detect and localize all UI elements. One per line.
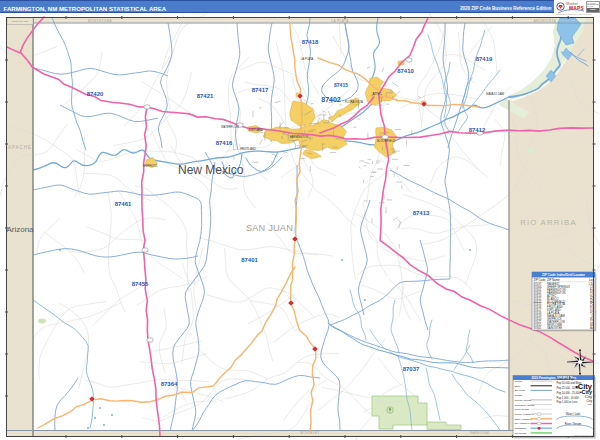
svg-text:MONTEZUMA: MONTEZUMA	[88, 19, 112, 23]
svg-text:Toll Roads: Toll Roads	[515, 432, 527, 435]
svg-text:ZIP Code Index/Grid Locator: ZIP Code Index/Grid Locator	[542, 273, 586, 277]
svg-text:87455: 87455	[132, 281, 149, 287]
svg-text:MCKINLEY: MCKINLEY	[300, 431, 319, 435]
svg-text:Pop 1,000 - 10,000: Pop 1,000 - 10,000	[557, 396, 580, 400]
svg-text:ZIP Code: ZIP Code	[515, 389, 526, 392]
svg-text:87461: 87461	[534, 326, 542, 330]
svg-text:US Highways: US Highways	[515, 422, 531, 425]
svg-text:WATERFLOW: WATERFLOW	[221, 125, 239, 129]
svg-text:87410: 87410	[397, 68, 414, 74]
svg-text:State: State	[515, 385, 521, 388]
svg-text:FARMINGTON: FARMINGTON	[290, 135, 309, 139]
svg-text:87420: 87420	[87, 91, 104, 97]
svg-text:SANOSTEE: SANOSTEE	[547, 326, 562, 330]
svg-text:AZTEC: AZTEC	[372, 92, 381, 96]
svg-text:Pop 10,000 - 25,000: Pop 10,000 - 25,000	[557, 391, 581, 395]
svg-text:Cities with Pops: Cities with Pops	[557, 377, 576, 381]
svg-text:SANDOVAL: SANDOVAL	[470, 431, 490, 435]
svg-text:BLOOMFIELD: BLOOMFIELD	[377, 139, 395, 143]
svg-text:87413: 87413	[413, 210, 430, 216]
svg-text:ARCHULETA: ARCHULETA	[534, 19, 556, 23]
svg-text:County: County	[515, 380, 524, 383]
svg-text:Pop 1,000 or Less: Pop 1,000 or Less	[557, 400, 579, 404]
svg-text:Roads: Roads	[515, 394, 523, 397]
svg-text:87416: 87416	[216, 140, 233, 146]
svg-text:87418: 87418	[302, 39, 319, 45]
svg-text:NAVAJO DAM: NAVAJO DAM	[486, 92, 504, 96]
svg-text:SAN JUAN: SAN JUAN	[246, 223, 293, 233]
svg-text:©2020 MarketMAPS: ©2020 MarketMAPS	[573, 434, 594, 436]
svg-text:87401: 87401	[241, 257, 258, 263]
svg-text:87417: 87417	[252, 87, 269, 93]
svg-text:Minor Roads: Minor Roads	[515, 408, 530, 411]
svg-text:RIO ARRIBA: RIO ARRIBA	[520, 218, 577, 227]
svg-text:LA PLATA: LA PLATA	[331, 19, 348, 23]
svg-text:87415: 87415	[334, 82, 348, 88]
svg-text:New Mexico: New Mexico	[178, 163, 244, 177]
svg-text:GRID LOCATOR: GRID LOCATOR	[12, 20, 29, 22]
svg-text:87402: 87402	[321, 96, 341, 103]
svg-text:87419: 87419	[476, 56, 493, 62]
svg-text:87364: 87364	[161, 381, 178, 387]
svg-text:City: City	[587, 399, 593, 403]
svg-text:Pop 25,000 - 50,000: Pop 25,000 - 50,000	[557, 386, 581, 390]
svg-text:87037: 87037	[403, 366, 420, 372]
svg-text:Secondary Roads: Secondary Roads	[515, 404, 536, 407]
svg-text:FLORA VISTA: FLORA VISTA	[345, 100, 363, 104]
svg-text:87412: 87412	[469, 127, 486, 133]
svg-text:SHIPROCK: SHIPROCK	[143, 164, 158, 168]
svg-text:APACHE: APACHE	[8, 145, 32, 150]
svg-text:Primary Roads: Primary Roads	[515, 399, 532, 402]
svg-text:Interstates: Interstates	[515, 427, 527, 430]
svg-text:LA PLATA: LA PLATA	[301, 57, 314, 61]
svg-text:Arizona: Arizona	[6, 225, 34, 234]
svg-text:KIRTLAND: KIRTLAND	[249, 128, 263, 132]
svg-text:87421: 87421	[197, 93, 214, 99]
svg-text:FRUITLAND: FRUITLAND	[240, 147, 256, 151]
svg-text:State Highways: State Highways	[515, 418, 533, 421]
svg-text:87461: 87461	[115, 201, 132, 207]
